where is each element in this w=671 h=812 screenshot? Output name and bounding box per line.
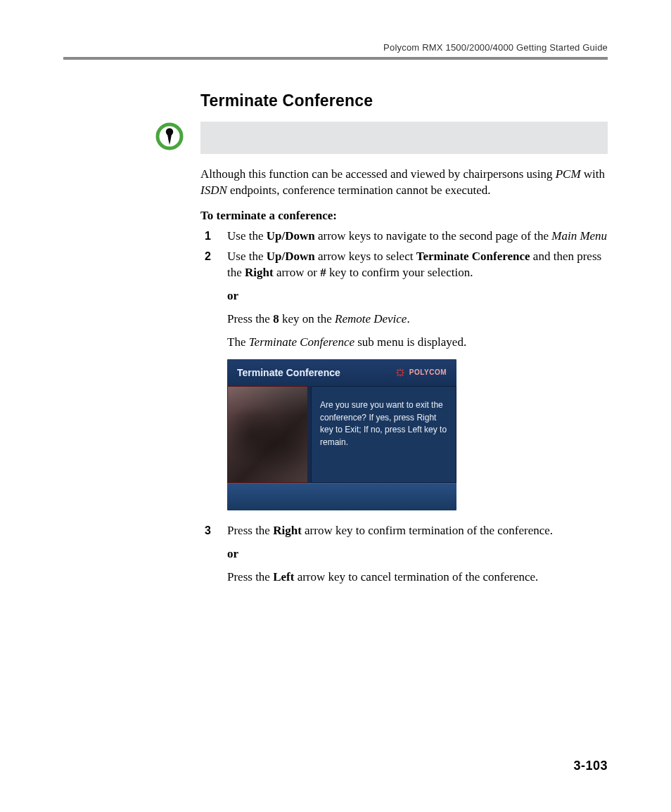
step-1: Use the Up/Down arrow keys to navigate t… bbox=[200, 228, 608, 245]
note-bar bbox=[200, 122, 608, 154]
step-2-result: The Terminate Conference sub menu is dis… bbox=[227, 335, 608, 351]
lead-in: To terminate a conference: bbox=[200, 209, 608, 223]
hash-bold: # bbox=[320, 266, 326, 279]
text: The bbox=[227, 335, 249, 349]
video-thumbnail bbox=[227, 386, 308, 483]
screenshot-footer bbox=[227, 483, 456, 510]
main-menu-italic: Main Menu bbox=[551, 229, 607, 243]
text: key on the bbox=[279, 312, 335, 326]
text: Press the bbox=[227, 524, 273, 537]
remote-device-italic: Remote Device bbox=[335, 312, 407, 326]
text: sub menu is displayed. bbox=[354, 335, 466, 349]
svg-marker-5 bbox=[399, 375, 401, 378]
text: . bbox=[407, 312, 409, 326]
page-number: 3-103 bbox=[573, 759, 608, 773]
text: arrow key to confirm termination of the … bbox=[302, 524, 553, 537]
key-8-bold: 8 bbox=[273, 312, 279, 326]
pcm-italic: PCM bbox=[556, 167, 581, 181]
steps-list: Use the Up/Down arrow keys to navigate t… bbox=[200, 228, 608, 586]
text: Use the bbox=[227, 250, 267, 263]
screenshot: Terminate Conference bbox=[227, 359, 456, 511]
svg-marker-7 bbox=[401, 369, 404, 372]
screenshot-title: Terminate Conference bbox=[237, 366, 340, 380]
terminate-italic: Terminate Conference bbox=[249, 335, 354, 349]
isdn-italic: ISDN bbox=[200, 183, 227, 197]
svg-marker-8 bbox=[397, 373, 400, 376]
updown-bold: Up/Down bbox=[267, 229, 315, 243]
svg-marker-3 bbox=[396, 372, 399, 374]
right-bold: Right bbox=[273, 524, 302, 537]
left-bold: Left bbox=[273, 570, 294, 584]
svg-marker-4 bbox=[402, 372, 405, 374]
text: Press the bbox=[227, 570, 273, 584]
updown-bold: Up/Down bbox=[267, 250, 315, 263]
text: arrow key to cancel termination of the c… bbox=[294, 570, 538, 584]
svg-marker-6 bbox=[397, 369, 400, 372]
running-head: Polycom RMX 1500/2000/4000 Getting Start… bbox=[63, 42, 608, 53]
step-2-alt: Press the 8 key on the Remote Device. bbox=[227, 311, 608, 328]
text: Although this function can be accessed a… bbox=[200, 167, 556, 181]
polycom-logo: POLYCOM bbox=[395, 368, 447, 378]
svg-marker-2 bbox=[399, 368, 401, 371]
intro-paragraph: Although this function can be accessed a… bbox=[200, 167, 608, 199]
text: Press the bbox=[227, 312, 273, 326]
step-3: Press the Right arrow key to confirm ter… bbox=[200, 523, 608, 586]
pin-icon bbox=[155, 122, 184, 154]
step-3-alt: Press the Left arrow key to cancel termi… bbox=[227, 569, 608, 586]
note-row bbox=[200, 122, 608, 154]
text: endpoints, conference termination cannot… bbox=[227, 183, 491, 197]
brand-text: POLYCOM bbox=[409, 368, 447, 378]
text: arrow keys to select bbox=[315, 250, 416, 263]
right-bold: Right bbox=[245, 266, 274, 279]
text: arrow keys to navigate to the second pag… bbox=[315, 229, 552, 243]
or-label: or bbox=[227, 288, 608, 304]
text: with bbox=[581, 167, 605, 181]
text: Use the bbox=[227, 229, 267, 243]
section-title: Terminate Conference bbox=[200, 91, 608, 110]
svg-marker-9 bbox=[401, 373, 404, 376]
text: key to confirm your selection. bbox=[326, 266, 473, 279]
header-rule bbox=[63, 57, 608, 60]
text: arrow or bbox=[274, 266, 321, 279]
or-label: or bbox=[227, 546, 608, 562]
screenshot-message: Are you sure you want to exit the confer… bbox=[311, 386, 456, 483]
step-2: Use the Up/Down arrow keys to select Ter… bbox=[200, 249, 608, 511]
terminate-bold: Terminate Conference bbox=[416, 250, 530, 263]
